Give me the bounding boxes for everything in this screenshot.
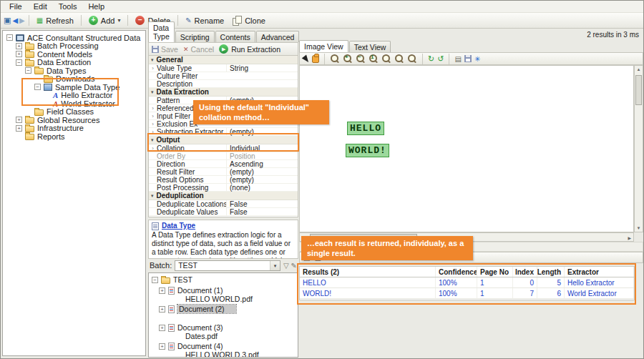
collapse-icon[interactable]: ▾ bbox=[151, 89, 154, 95]
document-canvas[interactable]: HELLO WORLD! bbox=[299, 65, 634, 232]
menu-help[interactable]: Help bbox=[82, 1, 110, 11]
expander-icon[interactable]: − bbox=[152, 277, 158, 283]
tree-item-root[interactable]: − ACE Consultant Structured Data bbox=[5, 34, 145, 42]
tab-text-view[interactable]: Text View bbox=[349, 41, 391, 52]
batch-select[interactable]: TEST ▾ bbox=[175, 260, 280, 271]
dropdown-arrow-icon[interactable]: ▾ bbox=[270, 261, 280, 270]
expand-chevron-icon[interactable]: › bbox=[149, 64, 157, 72]
tree-item-infrastructure[interactable]: + Infrastructure bbox=[5, 124, 145, 133]
tab-image-view[interactable]: Image View bbox=[299, 40, 348, 52]
property-row-deduplicate-values[interactable]: Deduplicate Values False bbox=[149, 208, 298, 216]
clone-button[interactable]: Clone bbox=[229, 14, 269, 26]
property-row-direction[interactable]: Direction Ascending bbox=[149, 160, 298, 168]
document-item-2[interactable]: + Document (2) bbox=[159, 305, 298, 313]
expander-icon[interactable]: − bbox=[6, 34, 13, 41]
viewer-settings-icon[interactable]: ✳ bbox=[474, 55, 480, 63]
menu-file[interactable]: File bbox=[4, 1, 28, 11]
property-value[interactable]: False bbox=[226, 208, 298, 216]
column-header-extractor[interactable]: Extractor bbox=[565, 267, 634, 277]
zoom-out-icon[interactable]: − bbox=[356, 54, 366, 64]
tab-data-type[interactable]: Data Type bbox=[148, 21, 175, 42]
tab-scripting[interactable]: Scripting bbox=[175, 31, 215, 42]
tree-item-field-classes[interactable]: Field Classes bbox=[5, 108, 145, 117]
property-value[interactable]: False bbox=[226, 200, 298, 208]
property-row-post-processing[interactable]: Post Processing (none) bbox=[149, 184, 298, 192]
cancel-button[interactable]: ✕ Cancel bbox=[183, 45, 214, 54]
zoom-fit-width-icon[interactable] bbox=[394, 54, 404, 64]
tree-item-global-resources[interactable]: + Global Resources bbox=[5, 116, 145, 124]
menu-edit[interactable]: Edit bbox=[28, 1, 53, 11]
select-cursor-icon[interactable] bbox=[302, 55, 311, 64]
result-row-world[interactable]: WORLD! 100% 1 7 6 World Extractor bbox=[300, 288, 634, 299]
tree-item-world-extractor[interactable]: A World Extractor bbox=[5, 99, 145, 108]
property-value[interactable]: Individual bbox=[226, 144, 298, 152]
expand-chevron-icon[interactable]: › bbox=[149, 128, 157, 136]
batch-edit-icon[interactable]: ✎ bbox=[291, 262, 297, 270]
navigator-icon[interactable]: ▣ bbox=[4, 16, 11, 25]
document-item-3[interactable]: + Document (3) bbox=[159, 323, 298, 332]
expander-icon[interactable]: + bbox=[159, 325, 165, 331]
collapse-icon[interactable]: ▾ bbox=[151, 57, 154, 63]
expander-icon[interactable]: + bbox=[16, 43, 22, 49]
property-row-culture-filter[interactable]: Culture Filter bbox=[149, 72, 298, 80]
expander-icon[interactable]: − bbox=[16, 59, 22, 66]
column-header-page-no[interactable]: Page No bbox=[477, 267, 513, 277]
tree-item-batch-processing[interactable]: + Batch Processing bbox=[5, 42, 145, 51]
property-value[interactable]: String bbox=[226, 64, 298, 72]
expander-icon[interactable]: + bbox=[159, 306, 165, 313]
property-value[interactable]: (empty) bbox=[226, 176, 298, 184]
expander-icon[interactable]: + bbox=[16, 117, 22, 123]
zoom-previous-icon[interactable] bbox=[407, 54, 417, 64]
property-row-deduplicate-locations[interactable]: Deduplicate Locations False bbox=[149, 200, 298, 208]
column-header-index[interactable]: Index bbox=[513, 267, 537, 277]
zoom-fit-page-icon[interactable] bbox=[381, 54, 391, 64]
property-row-result-options[interactable]: Result Options (empty) bbox=[149, 176, 298, 184]
column-header-results[interactable]: Results (2) bbox=[300, 267, 436, 277]
section-general[interactable]: ▾ General bbox=[149, 56, 298, 64]
highlighted-result-hello[interactable]: HELLO bbox=[347, 122, 384, 135]
collapse-icon[interactable]: ▾ bbox=[151, 193, 154, 199]
rename-button[interactable]: ✎ Rename bbox=[182, 15, 228, 26]
forward-icon[interactable]: ▶ bbox=[19, 16, 25, 24]
highlighted-result-world[interactable]: WORLD! bbox=[346, 144, 389, 157]
property-value[interactable]: Ascending bbox=[226, 160, 298, 168]
expander-icon[interactable]: − bbox=[34, 84, 41, 90]
help-title[interactable]: Data Type bbox=[162, 222, 195, 230]
property-row-collation[interactable]: › Collation Individual bbox=[149, 144, 298, 152]
add-dropdown-icon[interactable]: ▾ bbox=[117, 17, 120, 24]
back-icon[interactable]: ◀ bbox=[12, 16, 18, 24]
property-row-value-type[interactable]: › Value Type String bbox=[149, 64, 298, 72]
run-extraction-button[interactable]: ▶ Run Extraction bbox=[219, 44, 280, 54]
zoom-window-icon[interactable] bbox=[330, 54, 340, 64]
zoom-in-icon[interactable]: + bbox=[343, 54, 353, 64]
expander-icon[interactable]: − bbox=[25, 67, 31, 74]
tree-item-reports[interactable]: Reports bbox=[5, 132, 145, 141]
add-button[interactable]: + Add ▾ bbox=[85, 14, 125, 26]
pan-hand-icon[interactable] bbox=[312, 55, 319, 63]
tree-item-sample-data-type[interactable]: − Sample Data Type bbox=[5, 83, 145, 92]
expander-icon[interactable]: + bbox=[159, 287, 165, 294]
tree-item-hello-extractor[interactable]: A Hello Extractor bbox=[5, 92, 145, 100]
rotate-page-icon[interactable]: ↺ bbox=[437, 54, 444, 64]
property-row-order-by[interactable]: Order By Position bbox=[149, 152, 298, 160]
column-header-length[interactable]: Length bbox=[537, 267, 565, 277]
tab-advanced[interactable]: Advanced bbox=[256, 31, 300, 42]
expand-chevron-icon[interactable]: › bbox=[149, 104, 157, 112]
column-header-confidence[interactable]: Confidence bbox=[436, 267, 477, 277]
tree-item-data-extraction[interactable]: − Data Extraction bbox=[5, 59, 145, 67]
vertical-scrollbar[interactable]: ▲ ▼ bbox=[634, 65, 643, 232]
save-button[interactable]: Save bbox=[152, 45, 178, 54]
zoom-actual-size-icon[interactable]: 1 bbox=[369, 54, 379, 64]
menu-tools[interactable]: Tools bbox=[53, 1, 83, 11]
expander-icon[interactable]: + bbox=[16, 51, 22, 57]
result-row-hello[interactable]: HELLO 100% 1 0 5 Hello Extractor bbox=[300, 277, 634, 288]
scrollbar-thumb[interactable] bbox=[635, 75, 642, 105]
batch-filter-icon[interactable]: ▽ bbox=[283, 262, 289, 270]
expander-icon[interactable]: + bbox=[16, 125, 22, 132]
expand-chevron-icon[interactable]: › bbox=[149, 120, 157, 128]
property-value[interactable]: (empty) bbox=[226, 128, 298, 136]
property-value[interactable]: (empty) bbox=[226, 168, 298, 176]
refresh-button[interactable]: ▦ Refresh bbox=[33, 15, 77, 26]
scroll-down-icon[interactable]: ▼ bbox=[635, 226, 643, 230]
document-item-4[interactable]: + Document (4) bbox=[159, 342, 298, 350]
